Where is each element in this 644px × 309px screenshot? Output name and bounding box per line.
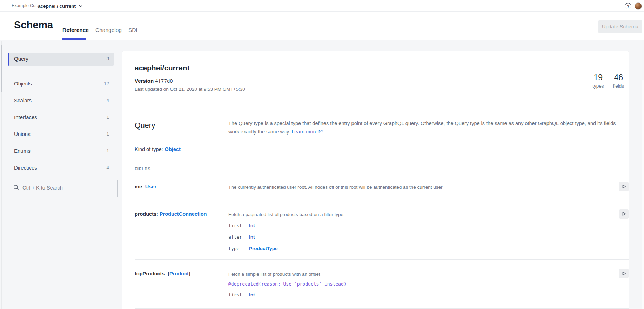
- sidebar-item-count: 3: [106, 56, 109, 61]
- run-in-explorer-button[interactable]: [619, 182, 629, 191]
- schema-stat: 19 types: [592, 73, 604, 89]
- field-row: me: User The currently authenticated use…: [122, 173, 629, 200]
- avatar[interactable]: [635, 2, 642, 10]
- type-suffix: ]: [189, 271, 190, 276]
- fields-section-label: FIELDS: [135, 167, 151, 171]
- field-signature: products: ProductConnection: [135, 211, 228, 260]
- sidebar-item-label: Directives: [14, 165, 37, 171]
- field-type-link[interactable]: ProductConnection: [160, 211, 207, 217]
- last-updated: Last updated on Oct 21, 2020 at 9:53 PM …: [135, 87, 245, 92]
- sidebar-item-count: 4: [106, 98, 109, 103]
- graph-variant-title: acephei/current: [135, 64, 189, 72]
- tab-sdl[interactable]: SDL: [128, 27, 139, 33]
- fields-list: me: User The currently authenticated use…: [122, 173, 629, 309]
- argument-name: after: [228, 234, 249, 240]
- field-type-link[interactable]: Product: [169, 271, 189, 276]
- sidebar-item-query[interactable]: Query 3: [8, 53, 114, 66]
- field-description: Fetch a simple list of products with an …: [228, 271, 608, 278]
- argument-type-link[interactable]: ProductType: [249, 246, 278, 251]
- field-description: Fetch a paginated list of products based…: [228, 211, 608, 218]
- type-description: The Query type is a special type that de…: [228, 119, 619, 136]
- sidebar-item-label: Query: [14, 56, 28, 62]
- argument-type-link[interactable]: Int: [249, 223, 255, 228]
- kind-of-type-row: Kind of type:Object: [135, 146, 181, 152]
- learn-more-link[interactable]: Learn more: [291, 129, 323, 135]
- play-icon: [621, 184, 626, 189]
- stat-label: types: [592, 83, 604, 89]
- sidebar-scrollbar-thumb[interactable]: [117, 180, 118, 197]
- graph-selector-label: acephei / current: [38, 4, 76, 9]
- type-description-text: The Query type is a special type that de…: [228, 121, 616, 135]
- type-name-heading: Query: [135, 121, 155, 130]
- play-icon: [621, 271, 626, 276]
- chevron-down-icon: [79, 5, 82, 7]
- sidebar-item[interactable]: Interfaces 1: [8, 109, 114, 126]
- sidebar-search[interactable]: Ctrl + K to Search: [13, 185, 63, 191]
- version-label: Version: [135, 78, 154, 84]
- sidebar-item-count: 1: [106, 115, 109, 120]
- run-in-explorer-button[interactable]: [619, 269, 629, 278]
- run-in-explorer-button[interactable]: [619, 209, 629, 219]
- field-deprecated-directive: @deprecated(reason: Use `products` inste…: [228, 281, 608, 288]
- sidebar-item[interactable]: Enums 1: [8, 143, 114, 160]
- field-row: products: ProductConnection Fetch a pagi…: [122, 200, 629, 260]
- play-icon: [621, 211, 626, 217]
- selected-accent-bar: [8, 53, 9, 66]
- field-description: The currently authenticated user root. A…: [228, 184, 608, 191]
- sidebar-item-count: 12: [104, 81, 109, 86]
- org-label: Example Co.:: [12, 3, 38, 8]
- right-scrollbar-track[interactable]: [642, 80, 644, 309]
- sidebar-item-label: Interfaces: [14, 114, 37, 120]
- stat-value: 46: [613, 73, 624, 82]
- page-body: Query 3 Objects 12 Scalars 4 Interfaces …: [0, 40, 644, 309]
- field-details: Fetch a simple list of products with an …: [228, 271, 608, 309]
- help-icon[interactable]: ?: [625, 3, 631, 9]
- section-divider: [122, 104, 629, 104]
- field-name: me:: [135, 184, 144, 190]
- field-details: The currently authenticated user root. A…: [228, 184, 608, 200]
- sidebar-item-label: Objects: [14, 81, 32, 87]
- argument-name: type: [228, 246, 249, 251]
- sidebar-item[interactable]: Directives 4: [8, 160, 114, 177]
- external-link-icon: [318, 130, 323, 134]
- version-value: 4f77d0: [155, 78, 173, 84]
- search-hint: Ctrl + K to Search: [22, 185, 63, 191]
- sidebar-item-label: Enums: [14, 148, 31, 154]
- field-arguments: firstInt afterInt typeProductType: [228, 222, 608, 257]
- sidebar-item[interactable]: Objects 12: [8, 76, 114, 92]
- schema-reference-card: acephei/current Version4f77d0 Last updat…: [122, 51, 629, 309]
- sidebar-items: Objects 12 Scalars 4 Interfaces 1 Unions…: [8, 76, 114, 177]
- version-row: Version4f77d0: [135, 78, 173, 84]
- graph-selector[interactable]: acephei / current: [38, 2, 82, 9]
- left-scrollbar-thumb[interactable]: [1, 45, 2, 92]
- field-type-link[interactable]: User: [145, 184, 156, 190]
- field-row: topProducts: [Product] Fetch a simple li…: [122, 260, 629, 309]
- argument-type-link[interactable]: Int: [249, 234, 255, 240]
- argument-row: firstInt: [228, 222, 608, 234]
- update-schema-button[interactable]: Update Schema: [598, 20, 642, 33]
- search-icon: [13, 185, 19, 191]
- schema-stat: 46 fields: [613, 73, 624, 89]
- field-arguments: firstInt: [228, 291, 608, 303]
- sidebar-divider: [13, 70, 108, 70]
- argument-type-link[interactable]: Int: [249, 292, 255, 297]
- sidebar-item[interactable]: Unions 1: [8, 126, 114, 143]
- page-header: Schema Reference Changelog SDL Update Sc…: [0, 12, 644, 40]
- app-window: Example Co.: acephei / current ? Schema …: [0, 0, 644, 309]
- sidebar-item-count: 4: [106, 165, 109, 170]
- field-details: Fetch a paginated list of products based…: [228, 211, 608, 260]
- field-signature: topProducts: [Product]: [135, 271, 228, 309]
- tab-changelog[interactable]: Changelog: [95, 27, 122, 33]
- sidebar-item-count: 1: [106, 148, 109, 153]
- field-name: products:: [135, 211, 158, 217]
- argument-name: first: [228, 292, 249, 297]
- tab-reference[interactable]: Reference: [62, 27, 89, 33]
- kind-type-link[interactable]: Object: [165, 146, 181, 152]
- argument-row: afterInt: [228, 234, 608, 245]
- stat-value: 19: [592, 73, 604, 82]
- argument-name: first: [228, 223, 249, 228]
- field-signature: me: User: [135, 184, 228, 200]
- sidebar-item[interactable]: Scalars 4: [8, 92, 114, 109]
- active-tab-underline: [62, 38, 86, 40]
- field-name: topProducts:: [135, 271, 166, 276]
